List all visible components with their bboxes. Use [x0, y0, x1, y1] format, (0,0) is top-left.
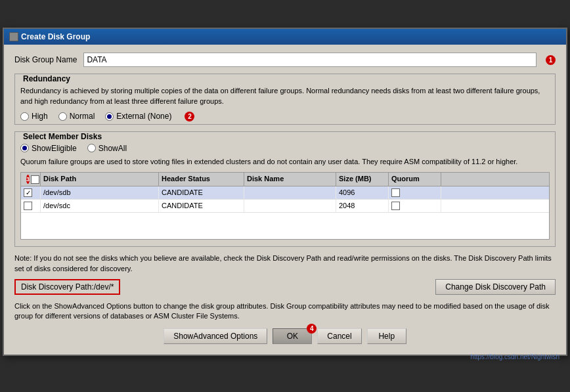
discovery-path-label: Disk Discovery Path:/dev/*: [14, 279, 120, 295]
button-row: ShowAdvanced Options OK 4 Cancel Help: [14, 328, 556, 347]
discovery-note: Note: If you do not see the disks which …: [14, 253, 556, 274]
ok-button[interactable]: OK 4: [273, 328, 312, 344]
table-body: /dev/sdb CANDIDATE 4096: [21, 186, 549, 239]
member-disks-title: Select Member Disks: [20, 132, 104, 141]
row1-extra: [441, 186, 468, 199]
row2-extra: [441, 200, 468, 212]
show-options-row: ShowEligible ShowAll: [20, 144, 550, 153]
ok-label: OK: [287, 332, 298, 341]
row2-status: CANDIDATE: [159, 200, 244, 212]
row1-quorum: [389, 186, 441, 199]
badge-3: 3: [26, 175, 30, 184]
row2-checkbox[interactable]: [24, 202, 32, 210]
redundancy-title: Redundancy: [20, 74, 73, 83]
radio-normal-label: Normal: [70, 112, 95, 121]
redundancy-options: High Normal External (None) 2: [20, 112, 550, 121]
radio-all-circle: [87, 144, 96, 152]
disks-table: 3 Disk Path Header Status Disk Name Size…: [20, 172, 550, 240]
help-button[interactable]: Help: [367, 328, 406, 344]
radio-external-circle: [105, 112, 114, 121]
radio-external-label: External (None): [116, 112, 171, 121]
show-advanced-button[interactable]: ShowAdvanced Options: [164, 328, 267, 344]
badge-4: 4: [307, 324, 317, 334]
radio-show-eligible[interactable]: ShowEligible: [20, 144, 77, 153]
redundancy-section: Redundancy Redundancy is achieved by sto…: [14, 74, 556, 125]
table-row[interactable]: /dev/sdb CANDIDATE 4096: [21, 186, 549, 200]
radio-high[interactable]: High: [20, 112, 48, 121]
window-title: Create Disk Group: [21, 32, 90, 41]
row1-size: 4096: [336, 186, 389, 199]
disk-group-name-input[interactable]: [83, 53, 537, 67]
table-row[interactable]: /dev/sdc CANDIDATE 2048: [21, 200, 549, 213]
titlebar: Create Disk Group: [4, 29, 566, 45]
row1-checkbox[interactable]: [24, 188, 32, 197]
radio-eligible-circle: [20, 144, 29, 152]
radio-show-all[interactable]: ShowAll: [87, 144, 127, 153]
th-size: Size (MB): [336, 173, 389, 186]
th-checkbox: 3: [21, 173, 41, 186]
change-discovery-path-button[interactable]: Change Disk Discovery Path: [435, 279, 556, 295]
bottom-note: Click on the ShowAdvanced Options button…: [14, 301, 556, 322]
redundancy-description: Redundancy is achieved by storing multip…: [20, 86, 550, 106]
th-disk-path: Disk Path: [41, 173, 159, 186]
row1-path: /dev/sdb: [41, 186, 159, 199]
disk-group-name-row: Disk Group Name 1: [14, 53, 556, 67]
radio-normal-circle: [58, 112, 67, 121]
radio-normal[interactable]: Normal: [58, 112, 95, 121]
radio-external[interactable]: External (None): [105, 112, 171, 121]
quorum-note: Quorum failure groups are used to store …: [20, 157, 550, 167]
th-disk-name: Disk Name: [244, 173, 336, 186]
th-quorum: Quorum: [389, 173, 441, 186]
row1-status: CANDIDATE: [159, 186, 244, 199]
row1-check: [21, 186, 41, 199]
row2-quorum: [389, 200, 441, 212]
window-icon: [9, 32, 18, 41]
table-header: 3 Disk Path Header Status Disk Name Size…: [21, 173, 549, 186]
row2-name: [244, 200, 336, 212]
row2-path: /dev/sdc: [41, 200, 159, 212]
badge-1: 1: [546, 55, 556, 65]
row2-quorum-check[interactable]: [391, 202, 400, 210]
select-all-checkbox[interactable]: [31, 175, 39, 184]
row2-check: [21, 200, 41, 212]
badge-2: 2: [185, 112, 194, 121]
th-header-status: Header Status: [159, 173, 244, 186]
row2-size: 2048: [336, 200, 389, 212]
radio-eligible-label: ShowEligible: [32, 144, 77, 153]
discovery-row: Disk Discovery Path:/dev/* Change Disk D…: [14, 279, 556, 295]
th-extra: [441, 173, 468, 186]
member-disks-section: Select Member Disks ShowEligible ShowAll: [14, 131, 556, 247]
cancel-button[interactable]: Cancel: [317, 328, 361, 344]
watermark-text: https://blog.csdn.net/Nightwish: [0, 353, 562, 362]
disk-group-name-label: Disk Group Name: [14, 55, 77, 64]
radio-all-label: ShowAll: [99, 144, 127, 153]
row1-name: [244, 186, 336, 199]
row1-quorum-check[interactable]: [391, 188, 400, 197]
radio-high-label: High: [32, 112, 48, 121]
radio-high-circle: [20, 112, 29, 121]
